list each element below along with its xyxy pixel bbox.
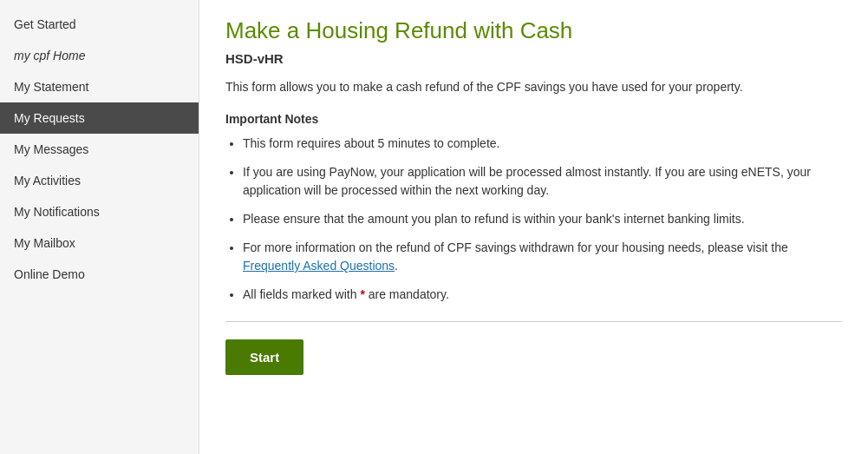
divider	[225, 321, 842, 322]
note-5-after: are mandatory.	[365, 287, 449, 301]
form-description: This form allows you to make a cash refu…	[225, 78, 842, 96]
list-item: All fields marked with * are mandatory.	[243, 286, 842, 304]
note-1-text: This form requires about 5 minutes to co…	[243, 136, 499, 150]
list-item: If you are using PayNow, your applicatio…	[243, 163, 842, 200]
list-item: Please ensure that the amount you plan t…	[243, 210, 842, 228]
sidebar-item-my-notifications[interactable]: My Notifications	[0, 196, 199, 227]
list-item: This form requires about 5 minutes to co…	[243, 135, 842, 153]
list-item: For more information on the refund of CP…	[243, 239, 842, 275]
form-code: HSD-vHR	[225, 51, 842, 66]
sidebar-item-my-mailbox[interactable]: My Mailbox	[0, 227, 199, 259]
note-3-text: Please ensure that the amount you plan t…	[243, 212, 745, 226]
page-title: Make a Housing Refund with Cash	[225, 17, 842, 44]
sidebar-item-my-activities[interactable]: My Activities	[0, 165, 199, 196]
important-notes-heading: Important Notes	[225, 112, 842, 126]
sidebar-item-my-messages[interactable]: My Messages	[0, 134, 199, 165]
sidebar: Get Started my cpf Home My Statement My …	[0, 0, 199, 454]
faq-link[interactable]: Frequently Asked Questions	[243, 259, 395, 273]
note-5-before: All fields marked with	[243, 287, 360, 301]
main-content: Make a Housing Refund with Cash HSD-vHR …	[199, 0, 868, 454]
sidebar-item-online-demo[interactable]: Online Demo	[0, 259, 199, 290]
notes-list: This form requires about 5 minutes to co…	[225, 135, 842, 304]
sidebar-item-my-cpf-home[interactable]: my cpf Home	[0, 40, 199, 71]
note-4-after: .	[395, 259, 398, 273]
note-2-text: If you are using PayNow, your applicatio…	[243, 165, 811, 197]
start-button[interactable]: Start	[225, 339, 303, 375]
sidebar-item-my-requests[interactable]: My Requests	[0, 102, 199, 134]
sidebar-item-my-statement[interactable]: My Statement	[0, 71, 199, 102]
note-4-before: For more information on the refund of CP…	[243, 240, 788, 254]
sidebar-item-get-started[interactable]: Get Started	[0, 9, 199, 40]
